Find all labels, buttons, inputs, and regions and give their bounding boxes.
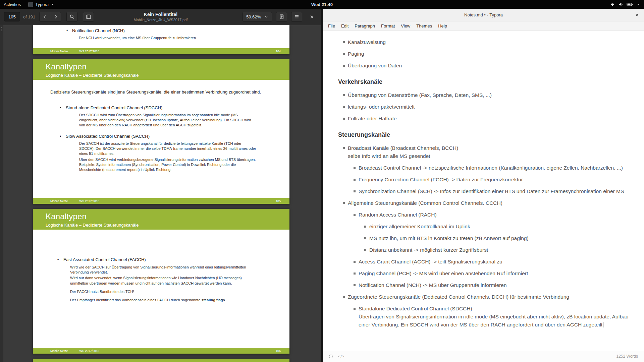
slide-paragraph: Über den SACCH wird verbindungsbezogene … [79, 157, 258, 173]
pdf-header-bar: of 191 Kein Folientitel Mobile_Netze_JKU… [0, 9, 321, 25]
note-text: Standalone Dedicated Control Channel (SD… [359, 306, 472, 311]
close-window-button[interactable] [306, 12, 317, 22]
slide-header: Kanaltypen Logische Kanäle – Dedizierte … [33, 59, 289, 80]
note-list-item[interactable]: Paging [338, 50, 635, 58]
app-menu[interactable]: Typora [24, 0, 58, 9]
search-button[interactable] [66, 12, 77, 22]
slide-bullet-body: Der SACCH ist der assoziierte Steuerungs… [79, 141, 258, 172]
bullet-square-icon [343, 94, 345, 96]
pdf-page-104: Notification Channel (NCH) Der NCH wird … [33, 25, 289, 54]
bullet-square-icon [343, 296, 345, 298]
footer-page-number: 104 [276, 50, 281, 53]
menu-button[interactable] [291, 12, 302, 22]
note-list-item[interactable]: Distanz unbekannt -> möglichst kurzer Zu… [338, 246, 635, 254]
system-tray[interactable] [605, 0, 644, 9]
document-title: Kein Folientitel [134, 12, 188, 17]
note-list-item[interactable]: MS nutz ihn, um mit BTS in Kontakt zu tr… [338, 234, 635, 242]
bullet-square-icon [354, 261, 356, 263]
close-icon [309, 14, 314, 19]
note-list-item[interactable]: Random Access Channel (RACH) [338, 211, 635, 219]
menu-view[interactable]: View [398, 21, 413, 31]
clock[interactable]: Wed 21:40 [308, 0, 336, 9]
bullet-square-icon [354, 273, 356, 275]
menu-edit[interactable]: Edit [338, 21, 352, 31]
note-list-item[interactable]: Kanalzuweisung [338, 38, 635, 46]
footer-term: WS 2017/2018 [79, 349, 100, 353]
typora-title-bar[interactable]: Notes.md • - Typora [323, 9, 644, 21]
note-list-item[interactable]: Zugeordnete Steuerungskanäle (Dedicated … [338, 293, 635, 301]
bullet-label: Stand-alone Dedicated Control Channel (S… [66, 105, 162, 110]
pdf-page-107-partial [33, 359, 289, 362]
note-list-item[interactable]: Übertragung von Daten [338, 62, 635, 70]
bullet-square-icon [364, 226, 366, 228]
activities-button[interactable]: Activities [0, 0, 24, 9]
note-text: Distanz unbekannt -> möglichst kurzer Zu… [369, 247, 488, 253]
note-list-item[interactable]: Standalone Dedicated Control Channel (SD… [338, 305, 635, 329]
bullet-square-icon [354, 308, 356, 310]
bullet-square-icon [343, 118, 345, 120]
footer-page-number: 105 [276, 199, 281, 203]
slide-bullet: Slow Associated Control Channel (SACCH) … [60, 134, 273, 172]
gnome-top-bar: Activities Typora Wed 21:40 [0, 0, 644, 9]
slide-bullet: Stand-alone Dedicated Control Channel (S… [60, 105, 273, 128]
menu-themes[interactable]: Themes [413, 21, 435, 31]
typora-app-icon [28, 2, 33, 7]
source-code-icon[interactable]: </> [338, 354, 344, 358]
slide-paragraph: Der SACCH ist der assoziierte Steuerungs… [79, 141, 258, 157]
menu-format[interactable]: Format [378, 21, 398, 31]
chevron-down-icon [51, 4, 54, 5]
note-list-item[interactable]: Notification Channel (NCH) -> MS über Gr… [338, 281, 635, 289]
note-text: Synchronization Channel (SCH) -> Infos z… [359, 188, 624, 194]
note-heading[interactable]: Steuerungskanäle [338, 131, 635, 138]
volume-icon [618, 2, 624, 7]
note-list-item[interactable]: einziger allgemeiner Kontrollkanal im Up… [338, 223, 635, 231]
bullet-square-icon [364, 237, 366, 239]
wifi-icon [610, 2, 615, 7]
next-page-button[interactable] [50, 12, 61, 22]
note-list-item[interactable]: Broadcast Kanäle (Broadcast Channels, BC… [338, 144, 635, 160]
note-heading[interactable]: Verkehrskanäle [338, 78, 635, 85]
page-number-input[interactable] [4, 12, 20, 21]
hamburger-menu-icon [294, 14, 300, 19]
previous-page-button[interactable] [39, 12, 50, 22]
menu-help[interactable]: Help [435, 21, 450, 31]
outline-toggle-icon[interactable] [329, 355, 333, 358]
menu-file[interactable]: File [325, 21, 338, 31]
collapsed-side-pane[interactable] [0, 25, 3, 362]
slide-header: Kanaltypen Logische Kanäle – Dedizierte … [33, 209, 289, 230]
note-list-item[interactable]: Synchronization Channel (SCH) -> Infos z… [338, 187, 635, 195]
slide-paragraph: Der Empfänger identifiziert das Vorhande… [70, 298, 254, 303]
search-icon [69, 14, 75, 19]
note-list-item[interactable]: Broadcast Control Channel -> netzspezifi… [338, 164, 635, 172]
page-total-label: of 191 [23, 14, 35, 19]
bullet-square-icon [343, 53, 345, 55]
document-icon [279, 14, 284, 19]
pane-grip-icon [1, 27, 2, 32]
menu-paragraph[interactable]: Paragraph [352, 21, 378, 31]
word-count[interactable]: 1252 Words [616, 354, 638, 359]
side-pane-toggle-button[interactable] [83, 12, 94, 22]
note-list-item[interactable]: Frequency Correction Channel (FCCH) -> D… [338, 176, 635, 184]
editor[interactable]: KanalzuweisungPagingÜbertragung von Date… [323, 31, 644, 351]
note-list-item[interactable]: Fullrate oder Halfrate [338, 115, 635, 123]
bullet-label: Fast Associated Control Channel (FACCH) [63, 257, 146, 262]
note-list-item[interactable]: leitungs- oder paketvermittelt [338, 103, 635, 111]
footer-term: WS 2017/2018 [79, 50, 100, 53]
footer-course: Mobile Netze [50, 349, 68, 353]
slide-bullet-body: Der SDCCH wird zum Übertragen von Signal… [79, 113, 258, 128]
pdf-canvas[interactable]: Notification Channel (NCH) Der NCH wird … [0, 25, 321, 362]
note-text: leitungs- oder paketvermittelt [348, 104, 415, 110]
slide-footer: Mobile Netze WS 2017/2018 104 [33, 48, 289, 54]
pdf-page-105: Kanaltypen Logische Kanäle – Dedizierte … [33, 59, 289, 204]
close-window-button[interactable] [630, 9, 644, 21]
note-text: selbe Info wird an alle MS gesendet [348, 152, 635, 160]
zoom-level-dropdown[interactable]: 59.62% [243, 12, 272, 22]
note-list-item[interactable]: Access Grant Channel (AGCH) -> teilt Sig… [338, 258, 635, 266]
slide-footer: Mobile Netze WS 2017/2018 106 [33, 348, 289, 354]
annotate-document-button[interactable] [276, 12, 287, 22]
chevron-down-icon [264, 15, 268, 19]
slide-subtitle: Logische Kanäle – Dedizierte Steuerungsk… [46, 223, 289, 228]
note-list-item[interactable]: Übertragung von Datenströme (Fax, Sprach… [338, 91, 635, 99]
note-list-item[interactable]: Allgemeine Steuerungskanäle (Common Cont… [338, 199, 635, 207]
note-list-item[interactable]: Paging Channel (PCH) -> MS wird über ein… [338, 269, 635, 278]
